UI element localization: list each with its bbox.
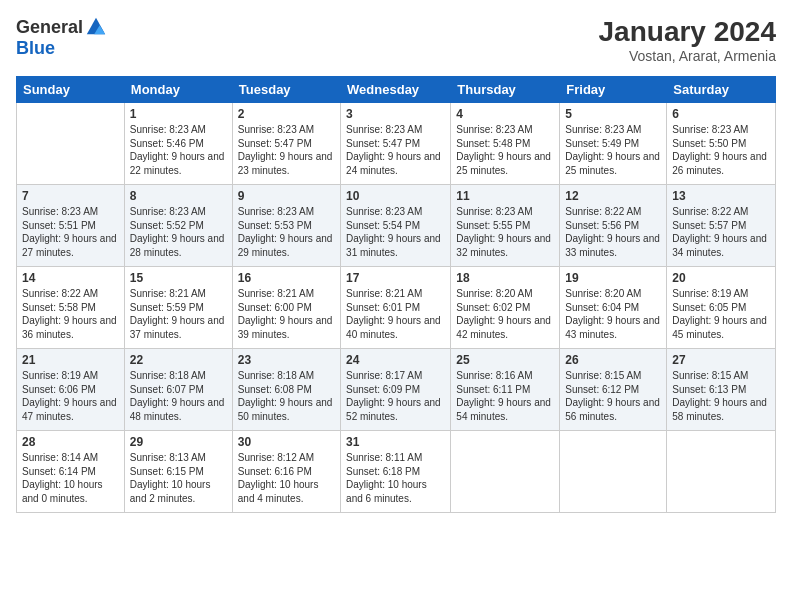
day-info: Sunrise: 8:22 AMSunset: 5:58 PMDaylight:… [22, 287, 119, 341]
day-info: Sunrise: 8:11 AMSunset: 6:18 PMDaylight:… [346, 451, 445, 505]
daylight-text: Daylight: 9 hours and 37 minutes. [130, 315, 225, 340]
daylight-text: Daylight: 9 hours and 50 minutes. [238, 397, 333, 422]
calendar-week-row: 7Sunrise: 8:23 AMSunset: 5:51 PMDaylight… [17, 185, 776, 267]
day-info: Sunrise: 8:22 AMSunset: 5:56 PMDaylight:… [565, 205, 661, 259]
sunrise-text: Sunrise: 8:17 AM [346, 370, 422, 381]
day-number: 21 [22, 353, 119, 367]
daylight-text: Daylight: 9 hours and 23 minutes. [238, 151, 333, 176]
day-number: 23 [238, 353, 335, 367]
table-row: 19Sunrise: 8:20 AMSunset: 6:04 PMDayligh… [560, 267, 667, 349]
table-row: 29Sunrise: 8:13 AMSunset: 6:15 PMDayligh… [124, 431, 232, 513]
daylight-text: Daylight: 10 hours and 2 minutes. [130, 479, 211, 504]
table-row: 30Sunrise: 8:12 AMSunset: 6:16 PMDayligh… [232, 431, 340, 513]
sunset-text: Sunset: 6:08 PM [238, 384, 312, 395]
sunset-text: Sunset: 5:50 PM [672, 138, 746, 149]
sunset-text: Sunset: 6:09 PM [346, 384, 420, 395]
day-info: Sunrise: 8:23 AMSunset: 5:54 PMDaylight:… [346, 205, 445, 259]
sunset-text: Sunset: 5:51 PM [22, 220, 96, 231]
daylight-text: Daylight: 9 hours and 34 minutes. [672, 233, 767, 258]
logo-general-text: General [16, 17, 83, 38]
table-row: 31Sunrise: 8:11 AMSunset: 6:18 PMDayligh… [341, 431, 451, 513]
table-row [560, 431, 667, 513]
sunrise-text: Sunrise: 8:19 AM [672, 288, 748, 299]
sunrise-text: Sunrise: 8:23 AM [22, 206, 98, 217]
day-number: 5 [565, 107, 661, 121]
daylight-text: Daylight: 9 hours and 40 minutes. [346, 315, 441, 340]
sunset-text: Sunset: 6:16 PM [238, 466, 312, 477]
daylight-text: Daylight: 9 hours and 29 minutes. [238, 233, 333, 258]
daylight-text: Daylight: 9 hours and 27 minutes. [22, 233, 117, 258]
sunrise-text: Sunrise: 8:13 AM [130, 452, 206, 463]
calendar-week-row: 14Sunrise: 8:22 AMSunset: 5:58 PMDayligh… [17, 267, 776, 349]
day-info: Sunrise: 8:19 AMSunset: 6:06 PMDaylight:… [22, 369, 119, 423]
sunset-text: Sunset: 6:07 PM [130, 384, 204, 395]
sunset-text: Sunset: 5:52 PM [130, 220, 204, 231]
day-info: Sunrise: 8:20 AMSunset: 6:04 PMDaylight:… [565, 287, 661, 341]
table-row: 28Sunrise: 8:14 AMSunset: 6:14 PMDayligh… [17, 431, 125, 513]
table-row: 16Sunrise: 8:21 AMSunset: 6:00 PMDayligh… [232, 267, 340, 349]
sunrise-text: Sunrise: 8:22 AM [565, 206, 641, 217]
sunset-text: Sunset: 6:01 PM [346, 302, 420, 313]
day-number: 3 [346, 107, 445, 121]
logo: General Blue [16, 16, 107, 59]
sunrise-text: Sunrise: 8:18 AM [130, 370, 206, 381]
sunset-text: Sunset: 6:05 PM [672, 302, 746, 313]
col-wednesday: Wednesday [341, 77, 451, 103]
sunset-text: Sunset: 5:59 PM [130, 302, 204, 313]
sunset-text: Sunset: 5:54 PM [346, 220, 420, 231]
logo-icon [85, 16, 107, 38]
daylight-text: Daylight: 10 hours and 0 minutes. [22, 479, 103, 504]
day-info: Sunrise: 8:23 AMSunset: 5:52 PMDaylight:… [130, 205, 227, 259]
day-number: 28 [22, 435, 119, 449]
sunset-text: Sunset: 5:57 PM [672, 220, 746, 231]
location: Vostan, Ararat, Armenia [599, 48, 776, 64]
sunrise-text: Sunrise: 8:23 AM [238, 206, 314, 217]
day-number: 24 [346, 353, 445, 367]
day-number: 20 [672, 271, 770, 285]
day-number: 29 [130, 435, 227, 449]
day-info: Sunrise: 8:18 AMSunset: 6:07 PMDaylight:… [130, 369, 227, 423]
day-number: 31 [346, 435, 445, 449]
table-row: 11Sunrise: 8:23 AMSunset: 5:55 PMDayligh… [451, 185, 560, 267]
day-info: Sunrise: 8:23 AMSunset: 5:46 PMDaylight:… [130, 123, 227, 177]
sunset-text: Sunset: 6:11 PM [456, 384, 530, 395]
sunrise-text: Sunrise: 8:23 AM [238, 124, 314, 135]
table-row: 1Sunrise: 8:23 AMSunset: 5:46 PMDaylight… [124, 103, 232, 185]
day-info: Sunrise: 8:21 AMSunset: 6:01 PMDaylight:… [346, 287, 445, 341]
table-row: 7Sunrise: 8:23 AMSunset: 5:51 PMDaylight… [17, 185, 125, 267]
daylight-text: Daylight: 9 hours and 45 minutes. [672, 315, 767, 340]
daylight-text: Daylight: 9 hours and 56 minutes. [565, 397, 660, 422]
sunrise-text: Sunrise: 8:23 AM [672, 124, 748, 135]
daylight-text: Daylight: 9 hours and 54 minutes. [456, 397, 551, 422]
table-row: 14Sunrise: 8:22 AMSunset: 5:58 PMDayligh… [17, 267, 125, 349]
daylight-text: Daylight: 9 hours and 42 minutes. [456, 315, 551, 340]
sunset-text: Sunset: 6:13 PM [672, 384, 746, 395]
sunrise-text: Sunrise: 8:21 AM [346, 288, 422, 299]
table-row [17, 103, 125, 185]
day-info: Sunrise: 8:14 AMSunset: 6:14 PMDaylight:… [22, 451, 119, 505]
day-number: 16 [238, 271, 335, 285]
day-number: 26 [565, 353, 661, 367]
daylight-text: Daylight: 9 hours and 25 minutes. [456, 151, 551, 176]
col-monday: Monday [124, 77, 232, 103]
logo-blue-text: Blue [16, 38, 55, 59]
sunset-text: Sunset: 6:04 PM [565, 302, 639, 313]
table-row: 10Sunrise: 8:23 AMSunset: 5:54 PMDayligh… [341, 185, 451, 267]
sunset-text: Sunset: 5:49 PM [565, 138, 639, 149]
table-row: 2Sunrise: 8:23 AMSunset: 5:47 PMDaylight… [232, 103, 340, 185]
daylight-text: Daylight: 9 hours and 43 minutes. [565, 315, 660, 340]
sunset-text: Sunset: 6:00 PM [238, 302, 312, 313]
calendar-week-row: 1Sunrise: 8:23 AMSunset: 5:46 PMDaylight… [17, 103, 776, 185]
day-number: 7 [22, 189, 119, 203]
daylight-text: Daylight: 9 hours and 39 minutes. [238, 315, 333, 340]
day-info: Sunrise: 8:21 AMSunset: 6:00 PMDaylight:… [238, 287, 335, 341]
table-row: 24Sunrise: 8:17 AMSunset: 6:09 PMDayligh… [341, 349, 451, 431]
sunset-text: Sunset: 6:02 PM [456, 302, 530, 313]
sunset-text: Sunset: 5:56 PM [565, 220, 639, 231]
sunrise-text: Sunrise: 8:11 AM [346, 452, 422, 463]
table-row: 13Sunrise: 8:22 AMSunset: 5:57 PMDayligh… [667, 185, 776, 267]
sunset-text: Sunset: 6:15 PM [130, 466, 204, 477]
daylight-text: Daylight: 10 hours and 6 minutes. [346, 479, 427, 504]
day-info: Sunrise: 8:22 AMSunset: 5:57 PMDaylight:… [672, 205, 770, 259]
day-info: Sunrise: 8:15 AMSunset: 6:12 PMDaylight:… [565, 369, 661, 423]
